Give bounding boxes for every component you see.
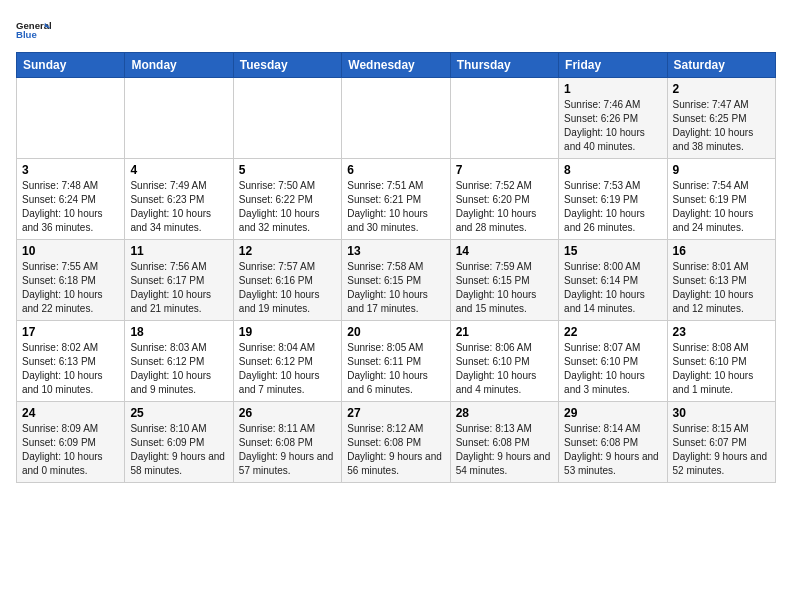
day-info: Sunrise: 8:09 AM Sunset: 6:09 PM Dayligh… <box>22 422 119 478</box>
day-number: 12 <box>239 244 336 258</box>
calendar-day-cell: 2Sunrise: 7:47 AM Sunset: 6:25 PM Daylig… <box>667 78 775 159</box>
day-number: 5 <box>239 163 336 177</box>
day-info: Sunrise: 8:04 AM Sunset: 6:12 PM Dayligh… <box>239 341 336 397</box>
day-info: Sunrise: 8:10 AM Sunset: 6:09 PM Dayligh… <box>130 422 227 478</box>
calendar-day-cell: 3Sunrise: 7:48 AM Sunset: 6:24 PM Daylig… <box>17 159 125 240</box>
day-number: 6 <box>347 163 444 177</box>
day-info: Sunrise: 7:53 AM Sunset: 6:19 PM Dayligh… <box>564 179 661 235</box>
day-number: 15 <box>564 244 661 258</box>
day-number: 19 <box>239 325 336 339</box>
calendar-day-cell: 25Sunrise: 8:10 AM Sunset: 6:09 PM Dayli… <box>125 402 233 483</box>
calendar-day-cell: 20Sunrise: 8:05 AM Sunset: 6:11 PM Dayli… <box>342 321 450 402</box>
day-number: 29 <box>564 406 661 420</box>
day-number: 28 <box>456 406 553 420</box>
calendar-week-row: 3Sunrise: 7:48 AM Sunset: 6:24 PM Daylig… <box>17 159 776 240</box>
day-info: Sunrise: 8:06 AM Sunset: 6:10 PM Dayligh… <box>456 341 553 397</box>
day-info: Sunrise: 7:59 AM Sunset: 6:15 PM Dayligh… <box>456 260 553 316</box>
calendar-table: SundayMondayTuesdayWednesdayThursdayFrid… <box>16 52 776 483</box>
day-info: Sunrise: 8:13 AM Sunset: 6:08 PM Dayligh… <box>456 422 553 478</box>
calendar-body: 1Sunrise: 7:46 AM Sunset: 6:26 PM Daylig… <box>17 78 776 483</box>
day-info: Sunrise: 7:52 AM Sunset: 6:20 PM Dayligh… <box>456 179 553 235</box>
calendar-day-cell <box>342 78 450 159</box>
calendar-day-cell: 22Sunrise: 8:07 AM Sunset: 6:10 PM Dayli… <box>559 321 667 402</box>
day-number: 8 <box>564 163 661 177</box>
day-info: Sunrise: 7:48 AM Sunset: 6:24 PM Dayligh… <box>22 179 119 235</box>
calendar-day-cell: 28Sunrise: 8:13 AM Sunset: 6:08 PM Dayli… <box>450 402 558 483</box>
calendar-day-cell: 6Sunrise: 7:51 AM Sunset: 6:21 PM Daylig… <box>342 159 450 240</box>
calendar-week-row: 10Sunrise: 7:55 AM Sunset: 6:18 PM Dayli… <box>17 240 776 321</box>
calendar-day-cell: 19Sunrise: 8:04 AM Sunset: 6:12 PM Dayli… <box>233 321 341 402</box>
day-number: 7 <box>456 163 553 177</box>
calendar-day-cell: 13Sunrise: 7:58 AM Sunset: 6:15 PM Dayli… <box>342 240 450 321</box>
day-info: Sunrise: 7:47 AM Sunset: 6:25 PM Dayligh… <box>673 98 770 154</box>
logo-icon: General Blue <box>16 16 52 44</box>
weekday-header-cell: Thursday <box>450 53 558 78</box>
day-info: Sunrise: 7:46 AM Sunset: 6:26 PM Dayligh… <box>564 98 661 154</box>
calendar-day-cell <box>233 78 341 159</box>
day-number: 16 <box>673 244 770 258</box>
day-number: 13 <box>347 244 444 258</box>
day-number: 20 <box>347 325 444 339</box>
calendar-day-cell: 26Sunrise: 8:11 AM Sunset: 6:08 PM Dayli… <box>233 402 341 483</box>
calendar-week-row: 17Sunrise: 8:02 AM Sunset: 6:13 PM Dayli… <box>17 321 776 402</box>
day-info: Sunrise: 7:50 AM Sunset: 6:22 PM Dayligh… <box>239 179 336 235</box>
page-header: General Blue <box>16 16 776 44</box>
calendar-day-cell: 24Sunrise: 8:09 AM Sunset: 6:09 PM Dayli… <box>17 402 125 483</box>
day-number: 25 <box>130 406 227 420</box>
calendar-day-cell: 11Sunrise: 7:56 AM Sunset: 6:17 PM Dayli… <box>125 240 233 321</box>
day-info: Sunrise: 8:05 AM Sunset: 6:11 PM Dayligh… <box>347 341 444 397</box>
logo: General Blue <box>16 16 52 44</box>
day-number: 1 <box>564 82 661 96</box>
day-info: Sunrise: 7:56 AM Sunset: 6:17 PM Dayligh… <box>130 260 227 316</box>
calendar-day-cell: 17Sunrise: 8:02 AM Sunset: 6:13 PM Dayli… <box>17 321 125 402</box>
day-info: Sunrise: 8:15 AM Sunset: 6:07 PM Dayligh… <box>673 422 770 478</box>
svg-text:Blue: Blue <box>16 29 37 40</box>
day-info: Sunrise: 8:01 AM Sunset: 6:13 PM Dayligh… <box>673 260 770 316</box>
calendar-day-cell: 12Sunrise: 7:57 AM Sunset: 6:16 PM Dayli… <box>233 240 341 321</box>
day-number: 21 <box>456 325 553 339</box>
weekday-header-cell: Sunday <box>17 53 125 78</box>
calendar-day-cell: 16Sunrise: 8:01 AM Sunset: 6:13 PM Dayli… <box>667 240 775 321</box>
calendar-day-cell: 7Sunrise: 7:52 AM Sunset: 6:20 PM Daylig… <box>450 159 558 240</box>
day-number: 10 <box>22 244 119 258</box>
day-info: Sunrise: 7:57 AM Sunset: 6:16 PM Dayligh… <box>239 260 336 316</box>
day-number: 22 <box>564 325 661 339</box>
day-number: 9 <box>673 163 770 177</box>
day-number: 17 <box>22 325 119 339</box>
calendar-day-cell: 30Sunrise: 8:15 AM Sunset: 6:07 PM Dayli… <box>667 402 775 483</box>
calendar-day-cell: 15Sunrise: 8:00 AM Sunset: 6:14 PM Dayli… <box>559 240 667 321</box>
weekday-header-cell: Friday <box>559 53 667 78</box>
calendar-day-cell <box>125 78 233 159</box>
calendar-day-cell: 5Sunrise: 7:50 AM Sunset: 6:22 PM Daylig… <box>233 159 341 240</box>
day-info: Sunrise: 7:49 AM Sunset: 6:23 PM Dayligh… <box>130 179 227 235</box>
weekday-header-cell: Tuesday <box>233 53 341 78</box>
day-number: 26 <box>239 406 336 420</box>
calendar-day-cell: 10Sunrise: 7:55 AM Sunset: 6:18 PM Dayli… <box>17 240 125 321</box>
day-info: Sunrise: 7:55 AM Sunset: 6:18 PM Dayligh… <box>22 260 119 316</box>
weekday-header-row: SundayMondayTuesdayWednesdayThursdayFrid… <box>17 53 776 78</box>
day-number: 27 <box>347 406 444 420</box>
day-number: 4 <box>130 163 227 177</box>
weekday-header-cell: Saturday <box>667 53 775 78</box>
weekday-header-cell: Wednesday <box>342 53 450 78</box>
day-info: Sunrise: 8:00 AM Sunset: 6:14 PM Dayligh… <box>564 260 661 316</box>
day-info: Sunrise: 7:58 AM Sunset: 6:15 PM Dayligh… <box>347 260 444 316</box>
calendar-day-cell: 21Sunrise: 8:06 AM Sunset: 6:10 PM Dayli… <box>450 321 558 402</box>
day-number: 2 <box>673 82 770 96</box>
day-info: Sunrise: 8:11 AM Sunset: 6:08 PM Dayligh… <box>239 422 336 478</box>
day-number: 3 <box>22 163 119 177</box>
day-info: Sunrise: 8:03 AM Sunset: 6:12 PM Dayligh… <box>130 341 227 397</box>
day-number: 30 <box>673 406 770 420</box>
calendar-day-cell: 4Sunrise: 7:49 AM Sunset: 6:23 PM Daylig… <box>125 159 233 240</box>
day-number: 23 <box>673 325 770 339</box>
calendar-day-cell: 14Sunrise: 7:59 AM Sunset: 6:15 PM Dayli… <box>450 240 558 321</box>
calendar-week-row: 24Sunrise: 8:09 AM Sunset: 6:09 PM Dayli… <box>17 402 776 483</box>
calendar-day-cell: 18Sunrise: 8:03 AM Sunset: 6:12 PM Dayli… <box>125 321 233 402</box>
day-info: Sunrise: 8:08 AM Sunset: 6:10 PM Dayligh… <box>673 341 770 397</box>
day-info: Sunrise: 7:54 AM Sunset: 6:19 PM Dayligh… <box>673 179 770 235</box>
day-info: Sunrise: 8:02 AM Sunset: 6:13 PM Dayligh… <box>22 341 119 397</box>
day-info: Sunrise: 7:51 AM Sunset: 6:21 PM Dayligh… <box>347 179 444 235</box>
weekday-header-cell: Monday <box>125 53 233 78</box>
calendar-day-cell: 27Sunrise: 8:12 AM Sunset: 6:08 PM Dayli… <box>342 402 450 483</box>
calendar-day-cell: 8Sunrise: 7:53 AM Sunset: 6:19 PM Daylig… <box>559 159 667 240</box>
